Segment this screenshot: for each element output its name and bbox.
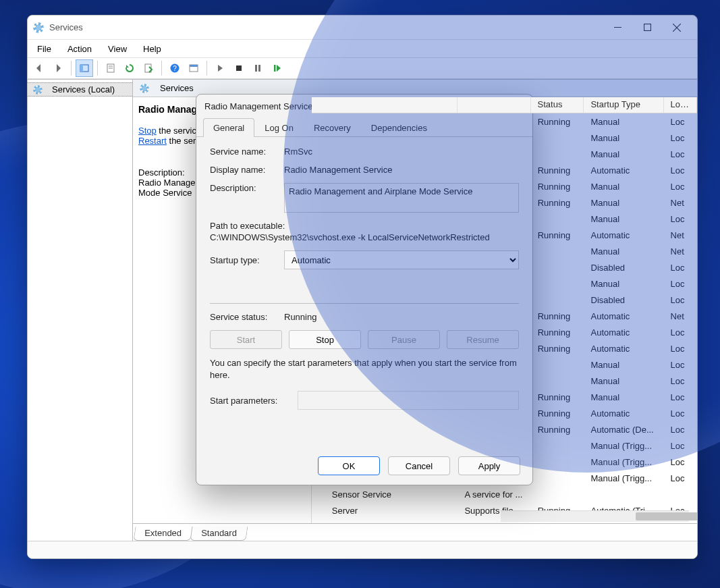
pause-service-button[interactable] <box>249 59 267 77</box>
properties-button[interactable] <box>102 59 119 77</box>
table-row[interactable]: ManualLoc <box>312 275 697 292</box>
tab-recovery[interactable]: Recovery <box>304 118 361 137</box>
footer-tab-extended[interactable]: Extended <box>134 527 193 541</box>
menubar: File Action View Help <box>28 40 697 57</box>
cell-startup: Automatic <box>584 230 664 240</box>
minimize-button[interactable] <box>603 18 632 38</box>
cancel-button[interactable]: Cancel <box>388 456 450 475</box>
table-row[interactable]: RunningManualLoc <box>312 113 697 130</box>
scrollbar-thumb[interactable] <box>636 512 698 520</box>
back-button[interactable] <box>30 59 48 77</box>
col-name[interactable] <box>312 97 458 113</box>
cell-startup: Manual <box>584 376 664 386</box>
stop-button[interactable]: Stop <box>289 330 361 349</box>
cell-startup: Automatic <box>584 327 664 338</box>
table-row[interactable]: RunningAutomaticLoc <box>312 340 697 356</box>
vertical-scrollbar-thumb[interactable] <box>697 343 698 370</box>
restart-service-button[interactable] <box>268 59 285 77</box>
cell-status: Running <box>531 425 584 435</box>
restart-service-link[interactable]: Restart <box>138 136 167 146</box>
cell-startup: Automatic <box>584 408 664 419</box>
cell-logon: Net <box>664 198 697 208</box>
table-row[interactable]: RunningAutomaticLoc <box>312 162 697 178</box>
footer-tab-standard[interactable]: Standard <box>190 527 248 541</box>
ok-button[interactable]: OK <box>318 456 380 475</box>
table-row[interactable]: DisabledLoc <box>312 259 697 275</box>
horizontal-scrollbar[interactable] <box>501 510 689 522</box>
cell-name: Server <box>325 506 458 516</box>
cell-startup: Manual <box>584 360 664 370</box>
cell-status: Running <box>531 408 584 419</box>
gear-icon <box>312 198 325 207</box>
start-service-button[interactable] <box>211 59 229 77</box>
col-description[interactable] <box>458 97 530 113</box>
table-row[interactable]: ManualLoc <box>312 356 697 373</box>
menu-help[interactable]: Help <box>136 43 168 55</box>
maximize-button[interactable] <box>632 18 662 38</box>
col-status[interactable]: Status <box>531 97 584 113</box>
pause-button: Pause <box>368 330 440 349</box>
table-row[interactable]: RunningAutomaticNet <box>312 227 697 243</box>
apply-button[interactable]: Apply <box>458 456 520 475</box>
cell-logon: Net <box>664 311 697 321</box>
tab-log-on[interactable]: Log On <box>254 118 304 137</box>
svg-rect-5 <box>80 65 83 72</box>
cell-status: Running <box>531 198 584 208</box>
cell-startup: Manual <box>584 133 664 143</box>
refresh-button[interactable] <box>121 59 138 77</box>
cell-logon: Loc <box>664 279 697 289</box>
large-icons-button[interactable] <box>185 59 202 77</box>
cell-startup: Manual <box>584 198 664 208</box>
help-button[interactable]: ? <box>166 59 184 77</box>
properties-dialog: Radio Management Service Properties (Loc… <box>196 94 533 485</box>
cell-startup: Manual (Trigg... <box>584 473 664 483</box>
table-row[interactable]: RunningManualNet <box>312 194 697 211</box>
tree-item-label: Services (Local) <box>52 84 115 95</box>
table-row[interactable]: ManualNet <box>312 243 697 259</box>
svg-text:?: ? <box>173 65 177 72</box>
tab-general[interactable]: General <box>203 118 254 137</box>
cell-logon: Loc <box>664 392 697 402</box>
table-row[interactable]: ManualLoc <box>312 130 697 146</box>
menu-view[interactable]: View <box>101 43 134 55</box>
table-row[interactable]: RunningAutomaticLoc <box>312 324 697 340</box>
menu-file[interactable]: File <box>30 43 58 55</box>
svg-line-2 <box>673 24 681 32</box>
cell-startup: Manual <box>584 392 664 402</box>
tree-item-services-local[interactable]: Services (Local) <box>28 82 132 97</box>
path-value: C:\WINDOWS\System32\svchost.exe -k Local… <box>210 232 519 242</box>
window-title: Services <box>49 22 603 32</box>
table-row[interactable]: RunningManualLoc <box>312 178 697 194</box>
cell-logon: Loc <box>664 149 697 159</box>
col-startup[interactable]: Startup Type <box>584 97 663 113</box>
service-status-value: Running <box>284 312 519 322</box>
export-list-button[interactable] <box>140 59 157 77</box>
forward-button[interactable] <box>49 59 67 77</box>
menu-action[interactable]: Action <box>61 43 99 55</box>
toolbar: ? <box>28 57 697 79</box>
cell-logon: Loc <box>664 295 697 305</box>
gear-icon <box>312 134 325 142</box>
table-row[interactable]: DisabledLoc <box>312 292 697 308</box>
table-row[interactable]: ManualLoc <box>312 146 697 162</box>
cell-logon: Loc <box>664 473 697 483</box>
table-row[interactable]: RunningAutomaticNet <box>312 308 697 324</box>
description-box[interactable]: Radio Management and Airplane Mode Servi… <box>284 183 519 213</box>
service-name-label: Service name: <box>210 146 284 157</box>
close-button[interactable] <box>662 18 692 38</box>
stop-service-link[interactable]: Stop <box>138 126 157 136</box>
cell-startup: Automatic (De... <box>584 425 664 435</box>
table-row[interactable]: Sensor ServiceA service for ... <box>312 486 697 502</box>
table-row[interactable]: ManualLoc <box>312 211 697 227</box>
cell-logon: Loc <box>664 165 697 176</box>
start-button: Start <box>210 330 282 349</box>
cell-logon: Loc <box>664 263 697 273</box>
show-hide-tree-button[interactable] <box>76 59 93 77</box>
gear-icon <box>312 263 325 272</box>
description-label: Description: <box>210 183 284 193</box>
tab-dependencies[interactable]: Dependencies <box>361 118 437 137</box>
startup-type-select[interactable]: Automatic <box>284 250 519 269</box>
cell-startup: Manual <box>584 214 664 224</box>
col-logon[interactable]: Log On As <box>664 97 697 113</box>
stop-service-button[interactable] <box>230 59 248 77</box>
